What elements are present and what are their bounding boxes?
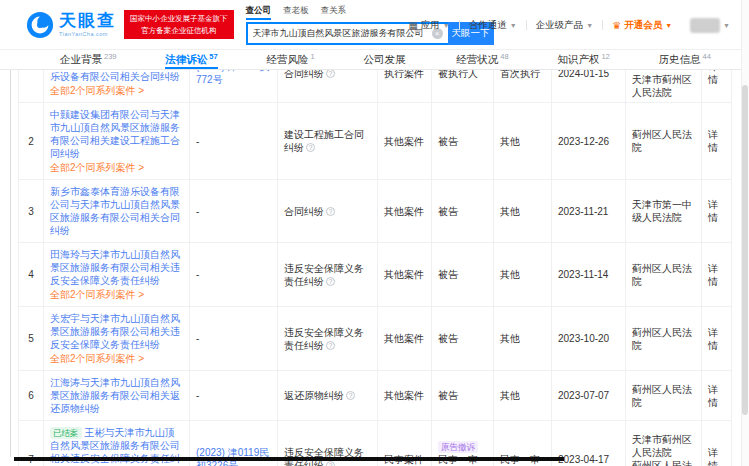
tianyancha-logo[interactable]: 天眼查 TianYanCha.com	[26, 11, 116, 39]
case-number[interactable]: (2024) 津0119执772号	[196, 70, 271, 86]
case-type-cell: 其他案件	[378, 371, 432, 420]
chevron-down-icon: ▼	[586, 22, 593, 29]
row-number-text: 4	[28, 268, 34, 281]
cause-cell: 违反安全保障义务责任纠纷?	[278, 307, 378, 370]
scrollbar[interactable]	[741, 0, 749, 466]
grid-icon: ▦	[408, 20, 417, 31]
date-cell: 2023-10-20	[552, 307, 626, 370]
identity-cell: 被执行人	[432, 70, 494, 102]
gov-certification-badge: 国家中小企业发展子基金旗下 官方备案企业征信机构	[124, 10, 234, 39]
info-icon[interactable]: ?	[326, 341, 335, 350]
series-link[interactable]: 全部2个同系列案件 >	[50, 161, 183, 174]
user-menu[interactable]: ▼	[681, 18, 739, 33]
action-cell: 详情	[702, 70, 732, 102]
eye-swirl-icon	[26, 11, 54, 39]
detail-link[interactable]: 详情	[708, 128, 725, 154]
case-type-cell: 其他案件	[378, 307, 432, 370]
case-name-link[interactable]: 中颢建设集团有限公司与天津市九山顶自然风景区旅游服务有限公司相关建设工程施工合同…	[50, 108, 183, 160]
nav-vip[interactable]: ♛ 开通会员 ▼	[603, 19, 681, 32]
court-name: 蓟州区人民法院	[632, 128, 695, 154]
tab-company-background[interactable]: 企业背景239	[60, 50, 117, 69]
scrollbar-thumb[interactable]	[742, 85, 748, 415]
tab-legal-litigation[interactable]: 法律诉讼57	[165, 50, 217, 69]
date-cell: 2023-07-07	[552, 371, 626, 420]
case-number: -	[196, 205, 271, 218]
case-type-text: 其他案件	[384, 205, 425, 218]
nav-apps[interactable]: ▦ 应用 ▼	[399, 19, 458, 32]
avatar	[690, 18, 720, 33]
court-cell: 蓟州区人民法院	[626, 307, 702, 370]
detail-link[interactable]: 详情	[708, 446, 725, 466]
tab-operation-status[interactable]: 经营状况48	[456, 50, 508, 69]
nav-cooperation[interactable]: 合作通道 ▼	[460, 19, 526, 32]
case-type-text: 其他案件	[384, 389, 425, 402]
case-type-cell: 其他案件	[378, 180, 432, 242]
cause-cell: 合同纠纷?	[278, 70, 378, 102]
series-link[interactable]: 全部2个同系列案件 >	[50, 84, 183, 97]
tab-intellectual-property[interactable]: 知识产权12	[557, 50, 609, 69]
nav-enterprise[interactable]: 企业级产品 ▼	[527, 19, 602, 32]
row-number: 6	[18, 371, 44, 420]
site-header: 天眼查 TianYanCha.com 国家中小企业发展子基金旗下 官方备案企业征…	[0, 0, 749, 50]
row-number-text: 5	[28, 332, 34, 345]
detail-link[interactable]: 详情	[708, 262, 725, 288]
info-icon[interactable]: ?	[326, 70, 335, 78]
identity-cell: 被告	[432, 371, 494, 420]
case-number[interactable]: (2023) 津0119民初3226号	[196, 446, 271, 466]
detail-link[interactable]: 详情	[708, 326, 725, 352]
tab-history-info[interactable]: 历史信息44	[659, 50, 711, 69]
table-row: 2中颢建设集团有限公司与天津市九山顶自然风景区旅游服务有限公司相关建设工程施工合…	[18, 103, 732, 180]
logo-text: 天眼查	[59, 12, 116, 31]
case-name-link[interactable]: 江海涛与天津市九山顶自然风景区旅游服务有限公司相关返还原物纠纷	[50, 376, 183, 415]
cause-text: 返还原物纠纷?	[284, 389, 371, 402]
info-icon[interactable]: ?	[346, 391, 355, 400]
procedure-cell: 其他	[494, 371, 552, 420]
case-name-text: 中颢建设集团有限公司与天津市九山顶自然风景区旅游服务有限公司相关建设工程施工合同…	[50, 109, 180, 159]
court-name: 天津市蓟州区人民法院	[632, 73, 695, 99]
cause-cell: 违反安全保障义务责任纠纷?	[278, 243, 378, 306]
bottom-bar	[14, 457, 564, 461]
chevron-down-icon: ▼	[665, 22, 672, 29]
case-name-link[interactable]: 乐设备有限公司相关合同纠纷	[50, 70, 183, 83]
case-name-link[interactable]: 田海玲与天津市九山顶自然风景区旅游服务有限公司相关违反安全保障义务责任纠纷	[50, 248, 183, 287]
tab-operation-risk[interactable]: 经营风险1	[266, 50, 314, 69]
search-tab-company[interactable]: 查公司	[246, 5, 272, 20]
case-number-cell: -	[190, 371, 278, 420]
detail-link[interactable]: 详情	[708, 198, 725, 224]
tab-company-development[interactable]: 公司发展	[363, 50, 407, 69]
case-name-link[interactable]: 关宏宇与天津市九山顶自然风景区旅游服务有限公司相关违反安全保障义务责任纠纷	[50, 312, 183, 351]
row-number	[18, 70, 44, 102]
info-icon[interactable]: ?	[326, 461, 335, 466]
nav-vip-label: 开通会员	[624, 19, 662, 32]
case-name-link[interactable]: 新乡市鑫泰体育游乐设备有限公司与天津市九山顶自然风景区旅游服务有限公司相关合同纠…	[50, 185, 183, 237]
case-type-cell: 其他案件	[378, 103, 432, 179]
search-tab-relation[interactable]: 查关系	[321, 5, 347, 20]
table-row: 5关宏宇与天津市九山顶自然风景区旅游服务有限公司相关违反安全保障义务责任纠纷全部…	[18, 307, 732, 371]
case-name-cell: 田海玲与天津市九山顶自然风景区旅游服务有限公司相关违反安全保障义务责任纠纷全部2…	[44, 243, 190, 306]
action-cell: 详情	[702, 371, 732, 420]
identity-cell: 被告	[432, 180, 494, 242]
procedure-text: 其他	[500, 135, 545, 148]
procedure-cell: 其他	[494, 243, 552, 306]
table-row: 4田海玲与天津市九山顶自然风景区旅游服务有限公司相关违反安全保障义务责任纠纷全部…	[18, 243, 732, 307]
info-icon[interactable]: ?	[326, 207, 335, 216]
case-type-cell: 其他案件	[378, 243, 432, 306]
identity-label: 被告	[438, 136, 458, 147]
row-number: 5	[18, 307, 44, 370]
detail-link[interactable]: 详情	[708, 70, 725, 86]
cause-text: 合同纠纷?	[284, 205, 371, 218]
procedure-cell: 其他	[494, 307, 552, 370]
identity-text: 被告	[438, 205, 487, 218]
info-icon[interactable]: ?	[306, 143, 315, 152]
detail-link[interactable]: 详情	[708, 383, 725, 409]
series-link[interactable]: 全部2个同系列案件 >	[50, 352, 183, 365]
action-cell: 详情	[702, 307, 732, 370]
case-name-cell: 中颢建设集团有限公司与天津市九山顶自然风景区旅游服务有限公司相关建设工程施工合同…	[44, 103, 190, 179]
series-link[interactable]: 全部2个同系列案件 >	[50, 288, 183, 301]
identity-text: 被执行人	[438, 70, 487, 80]
search-tab-boss[interactable]: 查老板	[283, 5, 309, 20]
gov-badge-line2: 官方备案企业征信机构	[130, 25, 228, 37]
case-name-text: 田海玲与天津市九山顶自然风景区旅游服务有限公司相关违反安全保障义务责任纠纷	[50, 249, 180, 286]
date-cell: 2023-12-26	[552, 103, 626, 179]
info-icon[interactable]: ?	[326, 277, 335, 286]
